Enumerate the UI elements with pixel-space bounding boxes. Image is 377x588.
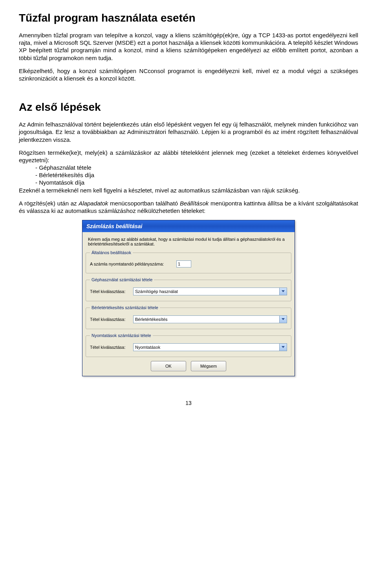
paragraph: Az Admin felhasználóval történt bejelent… <box>19 121 358 143</box>
document-page: Tűzfal program használata esetén Amennyi… <box>0 0 377 396</box>
select-machine-use[interactable]: Számítógép használat <box>133 288 287 295</box>
svg-marker-0 <box>282 290 285 292</box>
paragraph: Amennyiben tűzfal program van telepítve … <box>19 31 358 62</box>
group-legend: Bérletértékesítés számlázási tétele <box>90 305 160 310</box>
group-pass-sale-item: Bérletértékesítés számlázási tétele Téte… <box>86 305 291 329</box>
dialog-body: Kérem adja meg az alábbi adatokat, hogy … <box>82 232 295 376</box>
cancel-button[interactable]: Mégsem <box>191 361 226 371</box>
heading-firewall: Tűzfal program használata esetén <box>19 12 358 24</box>
paragraph: Rögzítsen terméke(ke)t, mely(ek) a száml… <box>19 149 358 164</box>
select-value: Számítógép használat <box>135 289 178 294</box>
group-machine-use-item: Géphasználat számlázási tétele Tétel kiv… <box>86 277 291 301</box>
paragraph: A rögzítés(ek) után az Alapadatok menücs… <box>19 200 358 214</box>
text: A rögzítés(ek) után az <box>19 200 79 207</box>
bullet-list: Géphasználat tétele Bérletértékesítés dí… <box>19 164 358 187</box>
label-copies: A számla nyomtatandó példányszáma: <box>90 262 176 266</box>
list-item: Bérletértékesítés díja <box>35 171 358 179</box>
select-value: Bérletértékesítés <box>135 317 168 322</box>
row-select-print: Tétel kiválasztása: Nyomtatások <box>90 343 287 351</box>
row-select-machine: Tétel kiválasztása: Számítógép használat <box>90 288 287 295</box>
text: menücsoportban található <box>108 200 180 207</box>
copies-input[interactable] <box>176 260 191 267</box>
chevron-down-icon <box>279 344 287 351</box>
page-number: 13 <box>0 396 377 413</box>
group-legend: Általános beállítások <box>90 250 133 255</box>
group-legend: Nyomtatások számlázási tétele <box>90 333 153 338</box>
chevron-down-icon <box>279 288 287 295</box>
label-select: Tétel kiválasztása: <box>90 345 133 350</box>
label-select: Tétel kiválasztása: <box>90 317 133 322</box>
dialog-button-row: OK Mégsem <box>86 361 291 371</box>
select-value: Nyomtatások <box>135 345 160 350</box>
paragraph: Elképzelhető, hogy a konzol számítógépen… <box>19 67 358 82</box>
text-italic: Beállítások <box>180 200 209 207</box>
text-italic: Alapadatok <box>79 200 108 207</box>
list-item: Géphasználat tétele <box>35 164 358 171</box>
dialog-intro-text: Kérem adja meg az alábbi adatokat, hogy … <box>86 235 291 250</box>
group-printing-item: Nyomtatások számlázási tétele Tétel kivá… <box>86 333 291 357</box>
svg-marker-2 <box>282 346 285 348</box>
heading-first-steps: Az első lépések <box>19 101 358 114</box>
dialog-titlebar: Számlázás beállításai <box>82 220 295 232</box>
row-select-pass: Tétel kiválasztása: Bérletértékesítés <box>90 315 287 323</box>
svg-marker-1 <box>282 318 285 320</box>
dialog-figure: Számlázás beállításai Kérem adja meg az … <box>19 220 358 376</box>
row-copies: A számla nyomtatandó példányszáma: <box>90 260 287 267</box>
select-printing[interactable]: Nyomtatások <box>133 343 287 351</box>
select-pass-sale[interactable]: Bérletértékesítés <box>133 315 287 323</box>
group-legend: Géphasználat számlázási tétele <box>90 277 154 282</box>
chevron-down-icon <box>279 316 287 323</box>
group-general-settings: Általános beállítások A számla nyomtatan… <box>86 250 291 273</box>
paragraph: Ezeknél a termékeknél nem kell figyelni … <box>19 187 358 194</box>
billing-settings-dialog: Számlázás beállításai Kérem adja meg az … <box>82 220 295 376</box>
ok-button[interactable]: OK <box>151 361 186 371</box>
label-select: Tétel kiválasztása: <box>90 289 133 294</box>
list-item: Nyomtatások díja <box>35 179 358 186</box>
